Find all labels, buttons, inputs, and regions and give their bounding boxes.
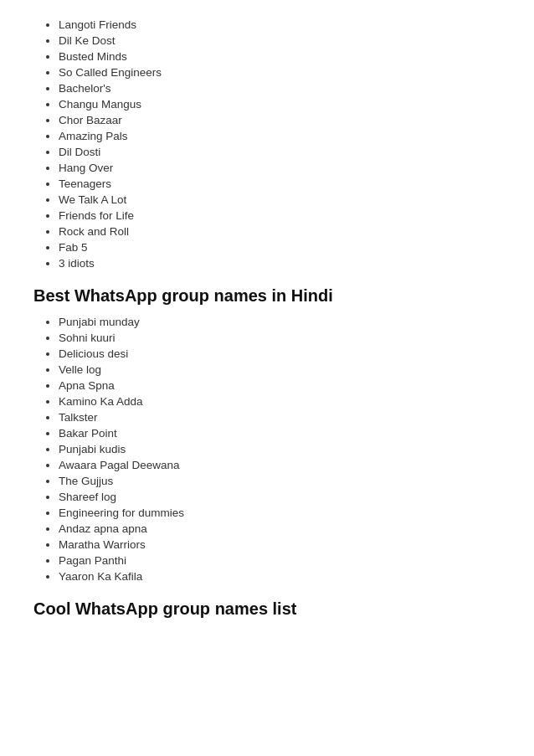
list-item: Velle log — [59, 362, 501, 378]
list-item: Punjabi kudis — [59, 441, 501, 457]
list-item: Awaara Pagal Deewana — [59, 457, 501, 473]
list-item: Dil Ke Dost — [59, 33, 501, 49]
top-list: Langoti FriendsDil Ke DostBusted MindsSo… — [33, 17, 501, 271]
list-item: Dil Dosti — [59, 144, 501, 160]
list-item: Hang Over — [59, 160, 501, 176]
list-item: Fab 5 — [59, 239, 501, 255]
list-item: Changu Mangus — [59, 96, 501, 112]
list-item: The Gujjus — [59, 473, 501, 489]
page-content: Langoti FriendsDil Ke DostBusted MindsSo… — [33, 17, 501, 619]
hindi-list: Punjabi mundaySohni kuuriDelicious desiV… — [33, 314, 501, 584]
list-item: Bakar Point — [59, 425, 501, 441]
list-item: Apna Spna — [59, 378, 501, 393]
hindi-heading: Best WhatsApp group names in Hindi — [33, 286, 501, 306]
list-item: Friends for Life — [59, 208, 501, 224]
top-list-section: Langoti FriendsDil Ke DostBusted MindsSo… — [33, 17, 501, 271]
hindi-list-section: Punjabi mundaySohni kuuriDelicious desiV… — [33, 314, 501, 584]
list-item: Kamino Ka Adda — [59, 393, 501, 409]
cool-heading: Cool WhatsApp group names list — [33, 599, 501, 619]
list-item: Langoti Friends — [59, 17, 501, 33]
list-item: Delicious desi — [59, 346, 501, 362]
list-item: Yaaron Ka Kafila — [59, 568, 501, 584]
list-item: Sohni kuuri — [59, 330, 501, 346]
list-item: We Talk A Lot — [59, 192, 501, 208]
list-item: 3 idiots — [59, 255, 501, 271]
list-item: Andaz apna apna — [59, 521, 501, 537]
list-item: Rock and Roll — [59, 224, 501, 239]
list-item: Bachelor's — [59, 80, 501, 96]
list-item: Pagan Panthi — [59, 553, 501, 568]
list-item: Chor Bazaar — [59, 112, 501, 128]
list-item: Punjabi munday — [59, 314, 501, 330]
list-item: So Called Engineers — [59, 64, 501, 80]
list-item: Maratha Warriors — [59, 537, 501, 553]
list-item: Shareef log — [59, 489, 501, 505]
list-item: Amazing Pals — [59, 128, 501, 144]
list-item: Engineering for dummies — [59, 505, 501, 521]
list-item: Busted Minds — [59, 49, 501, 64]
list-item: Teenagers — [59, 176, 501, 192]
list-item: Talkster — [59, 409, 501, 425]
